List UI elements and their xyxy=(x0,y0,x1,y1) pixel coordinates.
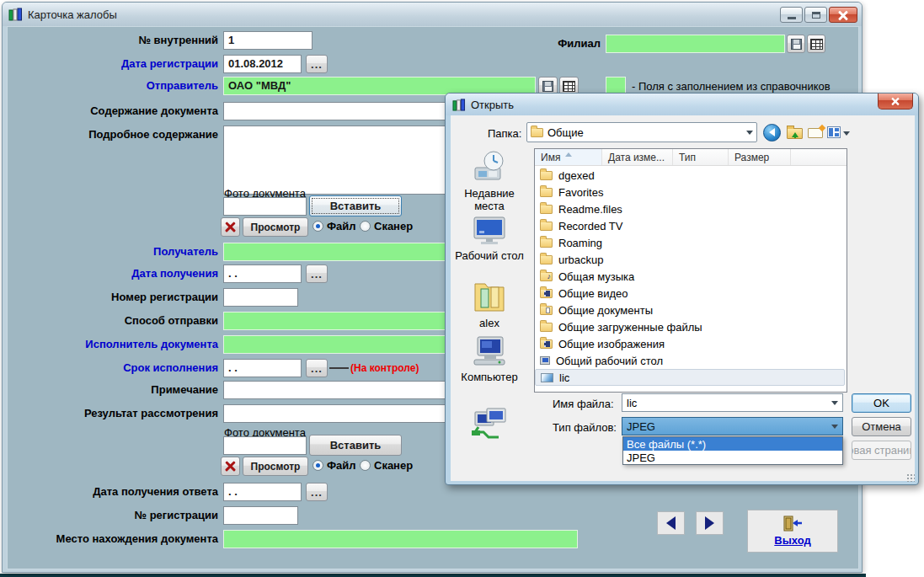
insert-button-2[interactable]: Вставить xyxy=(309,435,402,456)
receive-date-browse-button[interactable]: ... xyxy=(306,264,328,283)
up-one-level-button[interactable] xyxy=(784,123,804,143)
label-registration-date: Дата регистрации xyxy=(3,57,218,70)
dropdown-option-jpeg[interactable]: JPEG xyxy=(623,451,842,464)
registration-number-input[interactable] xyxy=(223,288,298,307)
view-button-2[interactable]: Просмотр xyxy=(243,457,308,476)
column-header-date[interactable]: Дата изме... xyxy=(602,149,673,165)
file-row[interactable]: Общий рабочий стол xyxy=(535,352,847,369)
internal-number-input[interactable]: 1 xyxy=(223,31,312,50)
file-row[interactable]: Общие документы xyxy=(535,302,847,318)
back-button[interactable] xyxy=(761,122,782,142)
insert-button-1[interactable]: Вставить xyxy=(309,195,402,216)
sidebar-item-recent-places[interactable]: Недавние места xyxy=(451,149,528,212)
sidebar-item-computer[interactable]: Компьютер xyxy=(451,334,528,383)
dialog-title: Открыть xyxy=(471,99,514,111)
documents-folder-icon xyxy=(540,306,553,315)
folder-icon xyxy=(540,222,553,231)
arrow-right-icon xyxy=(705,516,714,530)
label-detailed-content: Подробное содержание xyxy=(3,128,218,141)
folder-icon xyxy=(540,255,553,264)
file-row[interactable]: dgexed xyxy=(535,167,847,184)
chevron-down-icon xyxy=(831,401,838,409)
label-remark: Примечание xyxy=(3,383,218,396)
branch-save-button[interactable] xyxy=(787,35,805,53)
view-button-1[interactable]: Просмотр xyxy=(243,217,308,237)
doc-location-input[interactable] xyxy=(223,530,578,548)
books-icon xyxy=(452,99,466,111)
screen: Карточка жалобы № внутренний Дата регист… xyxy=(0,0,924,577)
file-row[interactable]: Roaming xyxy=(535,234,847,251)
branch-input[interactable] xyxy=(606,35,785,53)
column-header-type[interactable]: Тип xyxy=(673,149,729,165)
file-row[interactable]: Общие изображения xyxy=(535,335,847,352)
receive-date-input[interactable]: . . xyxy=(223,264,302,283)
answer-date-browse-button[interactable]: ... xyxy=(306,483,328,501)
minimize-icon xyxy=(788,17,796,19)
file-row-selected[interactable]: lic xyxy=(535,369,845,386)
due-date-input[interactable]: . . xyxy=(223,359,302,377)
recent-places-icon xyxy=(472,149,507,184)
maximize-icon xyxy=(812,12,820,19)
close-button[interactable] xyxy=(829,7,857,23)
filename-combobox[interactable]: lic xyxy=(622,393,843,412)
dialog-titlebar[interactable]: Открыть xyxy=(446,93,918,115)
sidebar-item-desktop[interactable]: Рабочий стол xyxy=(451,215,528,262)
legend-text: - Поля с заполнением из справочников xyxy=(632,80,831,93)
photo-path-input-2[interactable] xyxy=(223,436,307,455)
close-icon xyxy=(891,97,900,105)
maximize-button[interactable] xyxy=(804,7,827,23)
label-doc-executor: Исполнитель документа xyxy=(3,338,218,350)
folder-combobox[interactable]: Общие xyxy=(526,122,757,142)
file-row[interactable]: urbackup xyxy=(535,251,847,268)
new-folder-icon xyxy=(808,128,823,138)
previous-record-button[interactable] xyxy=(657,511,685,535)
floppy-icon xyxy=(542,81,553,92)
radio-file-1[interactable]: Файл xyxy=(312,220,356,232)
radio-scanner-2[interactable]: Сканер xyxy=(360,459,413,472)
file-row[interactable]: Общие загруженные файлы xyxy=(535,318,847,335)
chevron-down-icon xyxy=(746,131,753,138)
radio-icon xyxy=(360,460,371,471)
filetype-label: Тип файлов: xyxy=(553,421,617,434)
file-row[interactable]: ♪Общая музыка xyxy=(535,268,847,285)
sort-ascending-icon xyxy=(565,149,572,157)
views-button[interactable] xyxy=(825,122,851,142)
column-header-size[interactable]: Размер xyxy=(729,149,791,165)
cancel-button[interactable]: Отмена xyxy=(852,417,911,436)
delete-photo-button-1[interactable] xyxy=(221,217,240,237)
due-date-browse-button[interactable]: ... xyxy=(306,359,328,377)
file-row[interactable]: Общие видео xyxy=(535,285,847,302)
image-file-icon xyxy=(541,373,553,382)
ok-button[interactable]: OK xyxy=(852,393,911,413)
sidebar-item-user-folder[interactable]: alex xyxy=(451,275,528,329)
dialog-close-button[interactable] xyxy=(878,93,913,110)
filetype-combobox[interactable]: JPEG xyxy=(622,417,843,435)
branch-table-button[interactable] xyxy=(807,35,825,53)
photo-path-input-1[interactable] xyxy=(223,197,307,216)
reg-number2-input[interactable] xyxy=(223,506,298,525)
next-record-button[interactable] xyxy=(696,511,724,535)
file-row[interactable]: Readme.files xyxy=(535,200,847,217)
radio-scanner-1[interactable]: Сканер xyxy=(360,220,413,232)
sidebar-item-network[interactable] xyxy=(451,407,528,441)
network-icon xyxy=(470,407,509,441)
answer-date-input[interactable]: . . xyxy=(223,483,302,501)
folder-icon xyxy=(540,238,553,248)
file-row[interactable]: Favorites xyxy=(535,184,847,200)
registration-date-browse-button[interactable]: ... xyxy=(306,55,328,73)
window-titlebar[interactable]: Карточка жалобы xyxy=(3,3,862,26)
desktop-icon xyxy=(471,215,508,247)
dropdown-option-all-files[interactable]: Все файлы (*.*) xyxy=(623,437,842,451)
resize-grip[interactable] xyxy=(906,473,915,482)
red-x-icon xyxy=(225,461,236,472)
delete-photo-button-2[interactable] xyxy=(221,457,240,476)
column-header-name[interactable]: Имя xyxy=(535,149,602,165)
new-folder-button[interactable] xyxy=(805,123,825,143)
folder-icon xyxy=(540,323,553,332)
registration-date-input[interactable]: 01.08.2012 xyxy=(223,55,302,73)
file-row[interactable]: Recorded TV xyxy=(535,217,847,234)
exit-button[interactable]: Выход xyxy=(747,510,838,553)
chevron-down-icon xyxy=(831,425,838,432)
radio-file-2[interactable]: Файл xyxy=(312,459,356,472)
minimize-button[interactable] xyxy=(780,7,803,23)
